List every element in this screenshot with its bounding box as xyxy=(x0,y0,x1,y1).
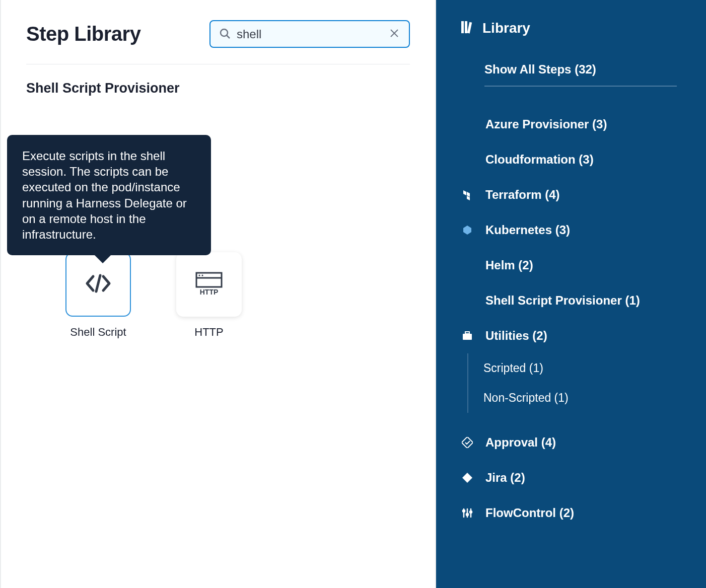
sidebar-item-label: Jira (2) xyxy=(485,471,525,485)
sidebar-item-terraform[interactable]: Terraform (4) xyxy=(461,177,691,212)
code-icon xyxy=(84,273,112,296)
sidebar-item-label: Approval (4) xyxy=(485,435,556,450)
sidebar-item-label: Utilities (2) xyxy=(485,329,547,343)
sidebar-item-label: FlowControl (2) xyxy=(485,506,574,520)
page-title: Step Library xyxy=(26,23,140,45)
sidebar-item-label: Cloudformation (3) xyxy=(485,153,594,167)
sidebar-item-cloudformation[interactable]: Cloudformation (3) xyxy=(461,142,691,177)
sidebar-item-azure-provisioner[interactable]: Azure Provisioner (3) xyxy=(461,107,691,142)
search-box[interactable] xyxy=(209,20,410,48)
clear-search-button[interactable] xyxy=(387,26,407,42)
jira-icon xyxy=(461,472,473,483)
sidebar-item-label: Kubernetes (3) xyxy=(485,223,570,237)
sidebar-item-shell-script-provisioner[interactable]: Shell Script Provisioner (1) xyxy=(461,283,691,318)
sidebar-subitem-scripted[interactable]: Scripted (1) xyxy=(483,353,691,383)
sub-category-container: Scripted (1) Non-Scripted (1) xyxy=(461,353,691,413)
svg-rect-19 xyxy=(462,437,473,448)
sidebar-item-label: Helm (2) xyxy=(485,258,533,272)
sidebar-subitem-non-scripted[interactable]: Non-Scripted (1) xyxy=(483,383,691,413)
tooltip-text: Execute scripts in the shell session. Th… xyxy=(22,149,187,241)
svg-rect-10 xyxy=(461,21,464,33)
sidebar-item-label: Non-Scripted (1) xyxy=(483,391,569,404)
sidebar-item-label: Azure Provisioner (3) xyxy=(485,117,607,131)
header-row: Step Library xyxy=(26,20,410,64)
section-title: Shell Script Provisioner xyxy=(26,81,410,96)
search-input[interactable] xyxy=(237,27,387,41)
svg-marker-13 xyxy=(463,190,466,195)
main-panel: Step Library Shell Script Provisioner Ex… xyxy=(0,0,436,588)
sidebar-title: Library xyxy=(482,20,530,36)
sidebar-item-approval[interactable]: Approval (4) xyxy=(461,425,691,460)
sidebar-item-kubernetes[interactable]: Kubernetes (3) xyxy=(461,212,691,248)
svg-rect-5 xyxy=(196,273,222,287)
svg-point-0 xyxy=(221,29,228,36)
sidebar-item-label: Shell Script Provisioner (1) xyxy=(485,293,640,308)
http-icon: HTTP xyxy=(194,271,224,298)
svg-point-25 xyxy=(466,513,468,516)
svg-point-8 xyxy=(202,275,203,276)
svg-point-7 xyxy=(199,275,200,276)
svg-rect-12 xyxy=(467,22,472,34)
svg-text:HTTP: HTTP xyxy=(200,288,219,296)
svg-rect-17 xyxy=(463,334,472,340)
sidebar-item-helm[interactable]: Helm (2) xyxy=(461,248,691,283)
close-icon xyxy=(389,28,405,40)
svg-rect-11 xyxy=(465,21,467,33)
cards-row: Shell Script HTTP HTTP xyxy=(65,252,410,339)
step-card-shell-script: Shell Script xyxy=(65,252,131,339)
search-icon xyxy=(219,27,237,41)
svg-point-24 xyxy=(463,510,465,512)
spacer xyxy=(461,413,691,425)
sliders-icon xyxy=(461,507,473,519)
kubernetes-icon xyxy=(461,225,473,235)
show-all-row: Show All Steps (32) xyxy=(436,53,706,87)
card-label: HTTP xyxy=(194,326,223,339)
svg-marker-16 xyxy=(463,226,471,235)
sidebar-header: Library xyxy=(436,14,706,53)
sidebar-item-label: Terraform (4) xyxy=(485,188,560,202)
briefcase-icon xyxy=(461,331,473,340)
approval-icon xyxy=(461,437,473,448)
svg-point-26 xyxy=(470,511,472,513)
http-card[interactable]: HTTP xyxy=(176,252,242,317)
library-icon xyxy=(461,20,473,36)
show-all-steps-button[interactable]: Show All Steps (32) xyxy=(484,62,677,87)
terraform-icon xyxy=(461,189,473,200)
sidebar: Library Show All Steps (32) Azure Provis… xyxy=(436,0,706,588)
sidebar-item-utilities[interactable]: Utilities (2) xyxy=(461,318,691,353)
card-label: Shell Script xyxy=(70,326,126,339)
category-list: Azure Provisioner (3) Cloudformation (3)… xyxy=(436,107,706,531)
sidebar-item-flowcontrol[interactable]: FlowControl (2) xyxy=(461,495,691,531)
svg-line-4 xyxy=(96,275,100,291)
svg-line-1 xyxy=(227,35,230,38)
svg-rect-18 xyxy=(465,332,469,334)
step-card-http: HTTP HTTP xyxy=(176,252,242,339)
sidebar-item-label: Scripted (1) xyxy=(483,361,543,375)
sub-category-list: Scripted (1) Non-Scripted (1) xyxy=(467,353,691,413)
sidebar-item-jira[interactable]: Jira (2) xyxy=(461,460,691,495)
svg-marker-20 xyxy=(462,473,472,483)
tooltip: Execute scripts in the shell session. Th… xyxy=(7,135,211,255)
